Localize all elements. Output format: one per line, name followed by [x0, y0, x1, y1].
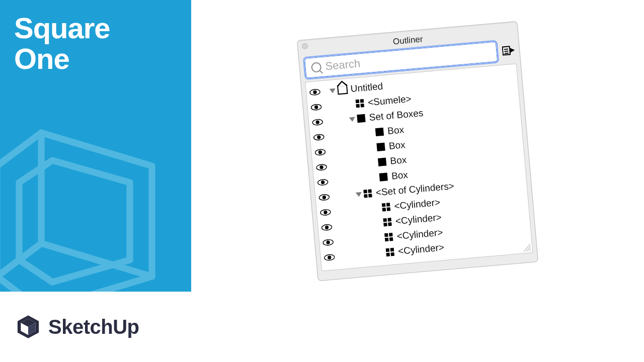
svg-point-18: [313, 90, 317, 94]
brand-bar: SketchUp: [0, 292, 191, 362]
tree-row-label: <Cylinder>: [393, 197, 440, 212]
tree-row-label: Untitled: [350, 81, 383, 95]
brand-name: SketchUp: [48, 316, 139, 338]
tree-row-label: Box: [387, 124, 405, 137]
visibility-eye-icon[interactable]: [312, 133, 326, 141]
svg-point-30: [321, 180, 325, 185]
group-icon: [357, 114, 365, 123]
visibility-eye-icon[interactable]: [323, 253, 336, 261]
svg-point-28: [319, 165, 324, 169]
component-icon: [356, 99, 364, 108]
component-icon: [382, 203, 390, 211]
outliner-tree[interactable]: Untitled<Sumele>Set of BoxesBoxBoxBoxBox…: [305, 63, 533, 271]
tree-row-label: <Cylinder>: [395, 212, 442, 227]
visibility-eye-icon[interactable]: [317, 193, 331, 201]
visibility-eye-icon[interactable]: [313, 148, 327, 156]
svg-point-38: [326, 240, 330, 244]
group-icon: [378, 158, 386, 166]
visibility-eye-icon[interactable]: [309, 103, 323, 111]
component-icon: [384, 233, 393, 241]
visibility-eye-icon[interactable]: [321, 238, 335, 246]
outliner-panel: Outliner Untitled<S: [297, 21, 538, 282]
svg-point-26: [318, 150, 322, 154]
visibility-eye-icon[interactable]: [315, 163, 329, 171]
svg-point-20: [314, 105, 318, 109]
tree-row-label: Box: [391, 169, 409, 182]
tree-row-label: Box: [390, 154, 408, 167]
disclosure-triangle-icon[interactable]: [349, 117, 356, 122]
svg-point-22: [315, 120, 319, 124]
visibility-eye-icon[interactable]: [318, 208, 332, 216]
component-icon: [386, 248, 394, 256]
svg-line-11: [504, 51, 508, 52]
visibility-eye-icon[interactable]: [308, 88, 321, 96]
model-icon: [337, 85, 348, 95]
visibility-eye-icon[interactable]: [311, 118, 325, 126]
series-title: Square One: [14, 13, 177, 74]
tree-row-label: <Sumele>: [367, 94, 412, 108]
disclosure-triangle-icon[interactable]: [330, 88, 336, 93]
tree-row-label: Box: [388, 139, 406, 152]
svg-point-32: [322, 196, 326, 200]
details-menu-button[interactable]: [502, 44, 516, 56]
svg-line-10: [504, 49, 508, 50]
svg-point-40: [328, 255, 332, 259]
svg-marker-13: [510, 47, 515, 53]
component-icon: [363, 189, 372, 198]
title-panel: Square One: [0, 0, 191, 292]
svg-line-15: [526, 246, 531, 251]
visibility-eye-icon[interactable]: [320, 223, 334, 231]
background-cube-icon: [0, 111, 191, 292]
disclosure-triangle-icon[interactable]: [356, 192, 362, 197]
sketchup-logo-icon: [15, 314, 41, 340]
svg-marker-4: [19, 160, 130, 282]
tree-row-label: <Cylinder>: [397, 242, 444, 257]
group-icon: [376, 143, 385, 151]
svg-point-36: [325, 225, 329, 229]
group-icon: [375, 128, 384, 136]
search-icon: [311, 62, 322, 73]
svg-point-24: [317, 135, 321, 139]
visibility-eye-icon[interactable]: [316, 178, 330, 187]
resize-grip-icon[interactable]: [522, 242, 532, 252]
svg-point-34: [324, 210, 328, 214]
svg-line-12: [505, 53, 509, 54]
svg-line-16: [529, 249, 531, 251]
component-icon: [383, 218, 391, 226]
group-icon: [379, 172, 388, 181]
tree-row-label: <Cylinder>: [396, 227, 443, 242]
